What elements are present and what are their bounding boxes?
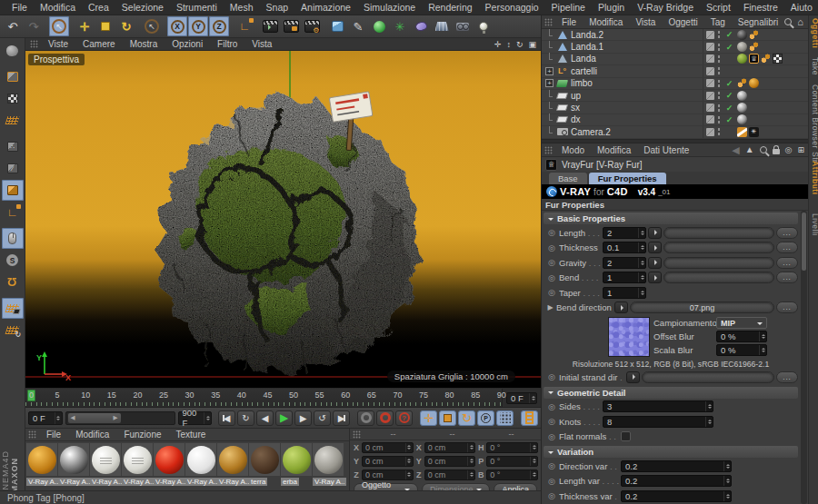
anim-dot-icon[interactable] bbox=[546, 461, 557, 470]
sphere-bw-tag-icon[interactable] bbox=[737, 103, 747, 113]
end-frame-field[interactable]: 900 F bbox=[178, 411, 213, 425]
spinner[interactable] bbox=[723, 476, 731, 486]
browse-button[interactable]: ... bbox=[776, 272, 798, 283]
spinner[interactable] bbox=[529, 393, 536, 403]
generators-button[interactable] bbox=[369, 16, 389, 36]
bend-direction-texture-field[interactable]: 07.png bbox=[630, 301, 774, 313]
snap-s-button[interactable]: S bbox=[2, 250, 24, 271]
menu-crea[interactable]: Crea bbox=[82, 2, 115, 13]
spinner[interactable] bbox=[405, 443, 413, 452]
checker-tag-icon[interactable] bbox=[773, 54, 783, 64]
size-field[interactable]: 0 cm bbox=[424, 456, 476, 467]
render-view-button[interactable] bbox=[260, 16, 280, 36]
position-field[interactable]: 0 cm bbox=[362, 469, 414, 480]
spinner[interactable] bbox=[530, 470, 537, 479]
texture-arrow-button[interactable] bbox=[614, 301, 628, 313]
aperture-tag-icon[interactable]: ✳ bbox=[749, 127, 759, 137]
rotation-field[interactable]: 0 ° bbox=[486, 456, 538, 467]
play-button[interactable]: ▶ bbox=[275, 410, 293, 426]
menu-simulazione[interactable]: Simulazione bbox=[357, 2, 422, 13]
texture-arrow-button[interactable] bbox=[648, 272, 662, 283]
spinner[interactable] bbox=[405, 470, 413, 479]
object-menu-modifica[interactable]: Modifica bbox=[583, 17, 629, 27]
search-icon[interactable] bbox=[760, 146, 767, 153]
render-picture-button[interactable] bbox=[281, 16, 301, 36]
scale-blur-field[interactable]: 0 % bbox=[716, 344, 767, 356]
render-enabled-check-icon[interactable]: ✓ bbox=[723, 91, 735, 100]
lock-y-button[interactable]: Y bbox=[188, 16, 208, 36]
lock-icon[interactable] bbox=[773, 149, 780, 154]
spline-pen-button[interactable]: ✎ bbox=[348, 16, 368, 36]
target-icon[interactable]: ◎ bbox=[785, 146, 793, 154]
menu-finestre[interactable]: Finestre bbox=[737, 2, 784, 13]
visibility-dots-icon[interactable] bbox=[717, 115, 721, 124]
enable-axis-button[interactable]: ∟ bbox=[2, 202, 24, 222]
side-tab-livelli[interactable]: Livelli bbox=[809, 213, 818, 236]
autokey-help-button[interactable]: ? bbox=[395, 410, 413, 426]
attribute-menu-dati-utente[interactable]: Dati Utente bbox=[637, 145, 695, 155]
menu-personaggio[interactable]: Personaggio bbox=[479, 2, 545, 13]
frame-field[interactable]: 0 F bbox=[506, 392, 537, 404]
history-back-icon[interactable]: ◀ bbox=[732, 145, 739, 155]
material-menu-funzione[interactable]: Funzione bbox=[116, 430, 168, 440]
texture-arrow-button[interactable] bbox=[648, 242, 662, 253]
layer-square-icon[interactable] bbox=[706, 31, 714, 39]
section-variation[interactable]: Variation bbox=[544, 446, 798, 458]
visibility-dots-icon[interactable] bbox=[717, 91, 721, 100]
object-row-sx[interactable]: sx✓ bbox=[542, 102, 808, 114]
menu-modifica[interactable]: Modifica bbox=[34, 2, 82, 13]
position-header[interactable]: -- bbox=[364, 430, 423, 439]
search-icon[interactable] bbox=[784, 18, 792, 25]
balls-orange-tag-icon[interactable] bbox=[737, 78, 747, 88]
lock-z-button[interactable]: Z bbox=[209, 16, 229, 36]
next-key-button[interactable]: ↺ bbox=[314, 410, 331, 426]
length-var-field[interactable]: 0.2 bbox=[621, 475, 732, 487]
object-menu-vista[interactable]: Vista bbox=[629, 17, 662, 27]
side-tab-attributi[interactable]: Attributi bbox=[809, 161, 818, 195]
workplane-mode-button[interactable] bbox=[2, 110, 24, 131]
visibility-dots-icon[interactable] bbox=[717, 43, 721, 52]
visibility-dots-icon[interactable] bbox=[717, 79, 721, 88]
render-enabled-check-icon[interactable]: ✓ bbox=[723, 30, 735, 39]
render-enabled-check-icon[interactable]: ✓ bbox=[723, 79, 735, 88]
layer-square-icon[interactable] bbox=[706, 43, 714, 51]
position-field[interactable]: 0 cm bbox=[362, 442, 414, 453]
viewport-filter-button[interactable] bbox=[2, 228, 24, 249]
lock-workplane-button[interactable] bbox=[2, 298, 24, 319]
attribute-menu-modo[interactable]: Modo bbox=[555, 145, 591, 155]
lock-x-button[interactable]: X bbox=[167, 16, 187, 36]
spinner[interactable] bbox=[723, 491, 731, 501]
material-tile-v-ray-a-9[interactable]: V-Ray A.. bbox=[313, 443, 344, 487]
record-disabled-button[interactable] bbox=[357, 410, 374, 426]
scale-button[interactable] bbox=[95, 16, 115, 36]
anim-dot-icon[interactable] bbox=[546, 491, 557, 500]
menu-aiuto[interactable]: Aiuto bbox=[784, 2, 818, 13]
protect-tag-icon[interactable] bbox=[737, 127, 747, 137]
tab-fur-properties[interactable]: Fur Properties bbox=[589, 173, 666, 184]
anim-dot-icon[interactable] bbox=[546, 402, 557, 411]
menu-selezione[interactable]: Selezione bbox=[115, 2, 170, 13]
fur-crown-tag-icon[interactable]: ♕ bbox=[749, 54, 759, 64]
key-point-level-button[interactable] bbox=[496, 410, 514, 426]
object-row-landa[interactable]: Landa♕ bbox=[542, 54, 808, 65]
timeline-scrollbar[interactable]: ◀▶ bbox=[65, 411, 175, 425]
panel-grip-icon[interactable] bbox=[544, 18, 553, 26]
primitive-cube-button[interactable] bbox=[327, 16, 347, 36]
add-panel-icon[interactable]: ⊞ bbox=[797, 146, 804, 154]
redo-button[interactable]: ↷ bbox=[24, 16, 44, 36]
anim-dot-icon[interactable] bbox=[546, 372, 557, 381]
timeline-scroll-handle[interactable]: ◀▶ bbox=[68, 413, 121, 423]
last-tool-button[interactable]: ↖ bbox=[142, 16, 162, 36]
key-scale-button[interactable] bbox=[439, 410, 456, 426]
panel-grip-icon[interactable] bbox=[28, 430, 36, 439]
gravity-field[interactable]: 2 bbox=[603, 257, 646, 269]
panel-grip-icon[interactable] bbox=[544, 146, 553, 154]
gravity-texture-field[interactable] bbox=[663, 257, 774, 269]
next-frame-button[interactable]: ▶ bbox=[294, 410, 312, 426]
anim-dot-icon[interactable] bbox=[546, 273, 557, 282]
rotate-button[interactable]: ↻ bbox=[116, 16, 136, 36]
environment-button[interactable] bbox=[432, 16, 452, 36]
render-enabled-check-icon[interactable]: ✓ bbox=[723, 43, 735, 52]
spinner[interactable] bbox=[55, 412, 62, 424]
taper-field[interactable]: 1 bbox=[603, 287, 646, 299]
